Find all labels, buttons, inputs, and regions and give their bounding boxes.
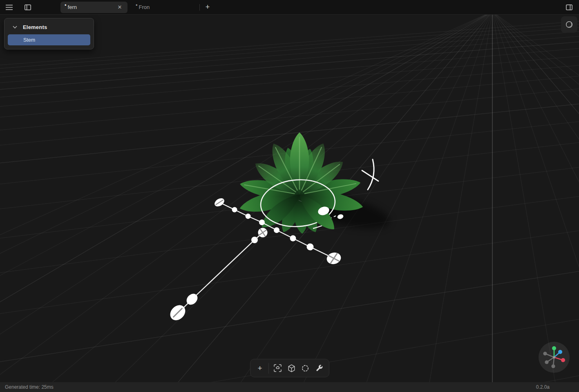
wrench-icon — [315, 364, 323, 372]
cross-handle[interactable] — [258, 228, 268, 237]
close-icon[interactable]: ✕ — [116, 4, 123, 11]
focus-frame-icon — [274, 364, 282, 372]
gizmo-center — [553, 356, 555, 358]
shading-sphere-icon — [565, 20, 573, 29]
selection-mode-button[interactable] — [298, 361, 312, 375]
unsaved-dot: • — [65, 3, 67, 7]
tab-label: fern — [68, 4, 77, 10]
cube-icon — [288, 364, 295, 372]
viewport-toolbar: + — [250, 359, 329, 377]
version-text: 0.2.0a — [536, 384, 550, 390]
element-item-label: Stem — [23, 37, 35, 43]
app-window: • fern ✕ • Fron + — [0, 0, 579, 392]
right-panel-toggle-icon[interactable] — [563, 2, 576, 13]
dashed-circle-icon — [302, 365, 309, 372]
elements-title: Elements — [23, 24, 47, 30]
shading-mode-button[interactable] — [561, 16, 577, 33]
axis-y-dot[interactable] — [552, 346, 556, 350]
disc-handle[interactable] — [213, 197, 226, 208]
toolbar-divider — [268, 363, 269, 374]
focus-selection-button[interactable] — [270, 361, 284, 375]
geometry-view-button[interactable] — [284, 361, 298, 375]
tab-fron[interactable]: • Fron — [132, 2, 199, 13]
axis-z-dot[interactable] — [558, 350, 562, 354]
unsaved-dot: • — [136, 3, 138, 7]
control-point[interactable] — [232, 207, 237, 213]
tab-divider — [199, 4, 200, 11]
top-bar: • fern ✕ • Fron + — [0, 0, 579, 15]
tab-fern[interactable]: • fern ✕ — [60, 2, 127, 13]
cross-handle-end[interactable] — [326, 251, 342, 266]
elements-header[interactable]: Elements — [8, 22, 90, 32]
elements-panel: Elements Stem — [4, 18, 94, 49]
axis-x-negative[interactable] — [543, 352, 547, 355]
tab-strip: • fern ✕ • Fron + — [60, 0, 213, 15]
control-point[interactable] — [290, 235, 296, 242]
tab-label: Fron — [139, 4, 150, 10]
viewport-3d[interactable] — [0, 15, 579, 382]
control-point[interactable] — [274, 227, 279, 233]
control-point[interactable] — [259, 220, 265, 225]
axis-z-negative[interactable] — [545, 360, 548, 364]
settings-button[interactable] — [312, 361, 326, 375]
control-point[interactable] — [246, 214, 251, 219]
left-panel-toggle-icon[interactable] — [21, 2, 34, 13]
axis-x-dot[interactable] — [561, 358, 565, 362]
new-tab-button[interactable]: + — [202, 2, 213, 13]
hamburger-menu-icon[interactable] — [2, 2, 16, 13]
generated-time-text: Generated time: 25ms — [5, 384, 54, 390]
control-point[interactable] — [251, 237, 258, 243]
chevron-down-icon — [13, 26, 17, 29]
control-point[interactable] — [307, 244, 314, 251]
orientation-gizmo[interactable] — [538, 341, 570, 373]
status-bar: Generated time: 25ms 0.2.0a — [0, 382, 579, 392]
scene-overlay — [0, 15, 579, 382]
add-button[interactable]: + — [253, 361, 267, 375]
rotation-handle[interactable] — [362, 159, 378, 190]
disc-handle-end[interactable] — [167, 302, 188, 323]
element-item-stem[interactable]: Stem — [8, 34, 90, 45]
axis-y-negative[interactable] — [551, 364, 555, 368]
